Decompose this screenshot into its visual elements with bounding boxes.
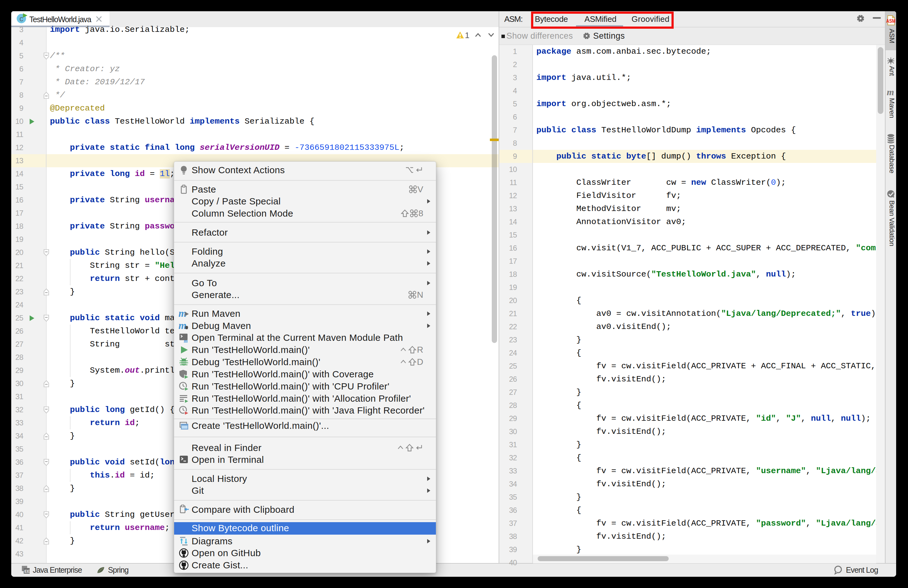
svg-text:m: m	[887, 87, 894, 97]
svg-text:ASM: ASM	[886, 18, 895, 24]
svg-text:m: m	[184, 338, 188, 343]
svg-text:C: C	[19, 16, 23, 23]
svg-text:m: m	[179, 321, 187, 331]
svg-text:EE: EE	[24, 569, 30, 574]
